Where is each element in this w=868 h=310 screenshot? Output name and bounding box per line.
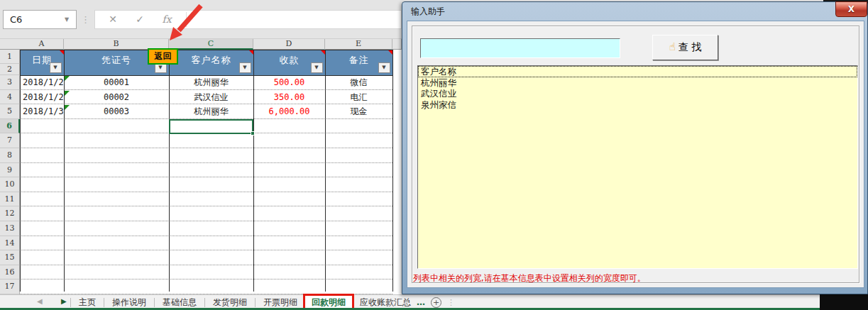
row-header[interactable]: 9 (0, 163, 20, 178)
cell-customer[interactable]: 武汉信业 (169, 90, 253, 105)
row-header[interactable]: 13 (0, 221, 20, 236)
column-header-f-sliver[interactable] (392, 39, 402, 50)
filter-button-amount[interactable]: ▼ (311, 62, 323, 73)
row-headers: 1234567891011121314151617 (0, 50, 20, 294)
cell-note[interactable]: 电汇 (325, 90, 392, 105)
name-box-dropdown-icon[interactable]: ▼ (60, 11, 73, 28)
table-header-note: 备注 ▼ (325, 50, 392, 75)
row-header[interactable]: 7 (0, 133, 20, 148)
sheet-tab-bar: ◀ ▶ 主页 操作说明 基础信息 发货明细 开票明细 回款明细 应收账款汇总 …… (0, 294, 820, 309)
cell-voucher[interactable]: 00002 (64, 90, 169, 105)
tab-scroll-left-icon[interactable]: ◀ (37, 297, 43, 305)
assistant-list-box[interactable]: 客户名称杭州丽华武汉信业泉州家信 (417, 65, 858, 269)
cell-amount[interactable]: 6,000.00 (253, 104, 325, 119)
pointing-hand-icon: ☝ (669, 40, 676, 53)
filter-button-date[interactable]: ▼ (50, 62, 62, 73)
name-box-value: C6 (10, 14, 22, 25)
formula-bar-divider (186, 12, 187, 27)
cell-voucher[interactable]: 00003 (64, 104, 169, 119)
formula-bar-container: ✕ ✓ fx (94, 10, 402, 29)
table-header-label: 凭证号 (101, 55, 131, 65)
row-header[interactable]: 11 (0, 192, 20, 207)
cell-date[interactable]: 2018/1/3 (20, 104, 64, 119)
fill-handle[interactable] (251, 131, 255, 135)
tabbar-separator-dots: ⋮ (447, 298, 455, 307)
row-header[interactable]: 15 (0, 250, 20, 265)
tab-separator (204, 298, 205, 307)
list-item[interactable]: 客户名称 (418, 66, 857, 77)
table-header-customer: 客户名称 ▼ (169, 50, 253, 75)
dialog-note-text: 列表中相关的列宽,请在基本信息表中设置相关列的宽度即可。 (413, 272, 646, 284)
cell-voucher[interactable]: 00001 (64, 75, 169, 90)
find-button[interactable]: ☝查 找 (652, 35, 718, 60)
sheet-tab-shipping-detail[interactable]: 发货明细 (206, 295, 254, 309)
table-border (64, 50, 65, 292)
cell-date[interactable]: 2018/1/2 (20, 75, 64, 90)
name-box[interactable]: C6 ▼ (3, 10, 77, 29)
row-header[interactable]: 6 (0, 119, 20, 134)
column-header-d[interactable]: D (253, 39, 325, 50)
cell-note[interactable]: 现金 (325, 104, 392, 119)
new-sheet-button[interactable]: + (431, 297, 441, 308)
table-border (392, 50, 393, 292)
table-header-label: 备注 (349, 55, 369, 65)
assistant-search-input[interactable] (420, 38, 620, 58)
column-header-a[interactable]: A (20, 39, 64, 50)
row-header[interactable]: 8 (0, 148, 20, 163)
filter-button-customer[interactable]: ▼ (239, 62, 251, 73)
row-header[interactable]: 12 (0, 206, 20, 221)
find-button-label: 查 找 (679, 41, 701, 52)
table-header-date: 日期 ▼ (20, 50, 64, 75)
list-item[interactable]: 泉州家信 (418, 99, 857, 111)
row-header[interactable]: 17 (0, 279, 20, 294)
column-header-e[interactable]: E (325, 39, 392, 50)
dialog-close-button[interactable]: X (835, 1, 867, 17)
tab-overflow-ellipsis: … (417, 297, 425, 307)
cell-amount[interactable]: 500.00 (253, 75, 325, 90)
error-indicator-icon (65, 91, 70, 96)
error-indicator-icon (65, 105, 70, 110)
insert-function-icon[interactable]: fx (155, 11, 179, 28)
comment-indicator-icon (388, 50, 392, 55)
list-item[interactable]: 武汉信业 (418, 88, 857, 99)
tab-scroll-right-icon[interactable]: ▶ (61, 297, 67, 305)
row-header[interactable]: 16 (0, 265, 20, 280)
selected-cell-c6[interactable] (169, 119, 253, 134)
dialog-title: 输入助手 (411, 6, 445, 18)
sheet-tab-home[interactable]: 主页 (72, 295, 103, 309)
toolbar-separator-dots: ⋮ (81, 10, 89, 29)
list-item[interactable]: 杭州丽华 (418, 77, 857, 89)
sheet-tab-instructions[interactable]: 操作说明 (105, 295, 153, 309)
row-header[interactable]: 5 (0, 104, 20, 119)
input-assistant-dialog: 输入助手 X ☝查 找 客户名称杭州丽华武汉信业泉州家信 列表中相关的列宽,请在… (402, 1, 868, 294)
row-header[interactable]: 1 (0, 50, 20, 64)
sheet-tab-invoice-detail[interactable]: 开票明细 (256, 295, 304, 309)
row-header[interactable]: 2 (0, 64, 20, 75)
row-header[interactable]: 3 (0, 75, 20, 90)
cell-customer[interactable]: 杭州丽华 (169, 104, 253, 119)
cell-date[interactable]: 2018/1/2 (20, 90, 64, 105)
cell-amount[interactable]: 350.00 (253, 90, 325, 105)
cancel-icon[interactable]: ✕ (101, 11, 125, 28)
table-border (20, 50, 21, 292)
formula-toolbar: C6 ▼ ⋮ ✕ ✓ fx (0, 0, 402, 39)
row-header[interactable]: 14 (0, 236, 20, 251)
column-headers: A B C D E (0, 39, 402, 50)
cell-note[interactable]: 微信 (325, 75, 392, 90)
excel-window: C6 ▼ ⋮ ✕ ✓ fx A B C D E 1234567891011121… (0, 0, 868, 310)
filter-button-note[interactable]: ▼ (378, 62, 390, 73)
row-header[interactable]: 4 (0, 90, 20, 105)
table-header-amount: 收款 ▼ (253, 50, 325, 75)
enter-icon[interactable]: ✓ (128, 11, 152, 28)
return-button[interactable]: 返回 (148, 48, 178, 65)
row-header[interactable]: 10 (0, 177, 20, 192)
column-header-c-selected[interactable]: C (169, 39, 253, 50)
tab-separator (70, 298, 71, 307)
tab-separator (154, 298, 155, 307)
sheet-tab-payment-detail-active[interactable]: 回款明细 (304, 295, 353, 309)
tab-separator (255, 298, 256, 307)
sheet-tab-basic-info[interactable]: 基础信息 (155, 295, 204, 309)
table-border (20, 50, 393, 50)
sheet-tab-receivables-summary[interactable]: 应收账款汇总 (353, 295, 415, 309)
cell-customer[interactable]: 杭州丽华 (169, 75, 253, 90)
